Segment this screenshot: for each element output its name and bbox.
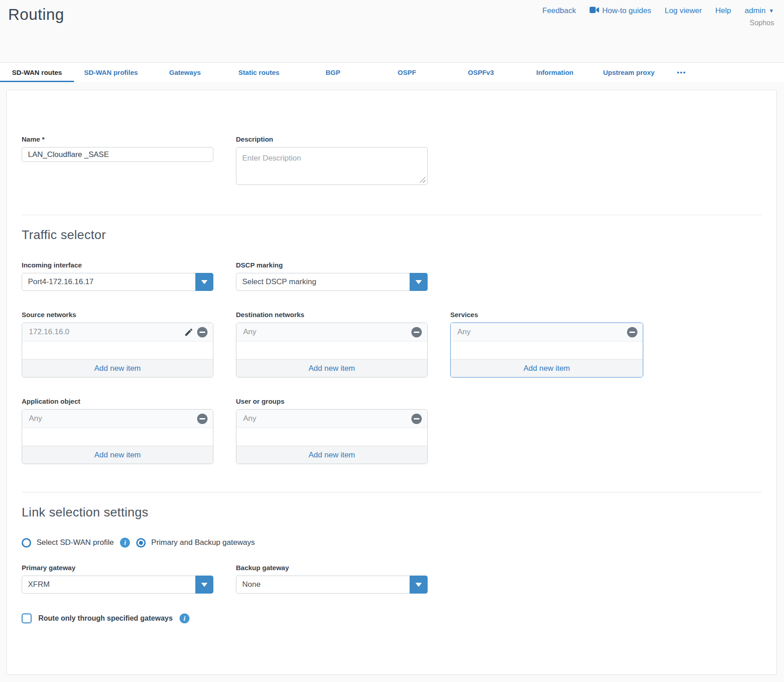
info-icon[interactable]: i bbox=[180, 613, 189, 623]
remove-item-icon[interactable] bbox=[197, 327, 208, 337]
list-item: Any bbox=[22, 410, 213, 428]
feedback-link[interactable]: Feedback bbox=[542, 6, 576, 15]
primary-gateway-label: Primary gateway bbox=[22, 564, 213, 571]
destination-networks-listbox: Any Add new item bbox=[236, 323, 428, 378]
tab-static-routes[interactable]: Static routes bbox=[222, 63, 296, 82]
listbox-empty-area bbox=[22, 428, 213, 446]
list-item: Any bbox=[451, 323, 643, 341]
sdwan-route-form-panel: Name * Description Traffic selector Inco… bbox=[6, 90, 777, 675]
list-item: Any bbox=[236, 410, 427, 428]
add-new-item-button[interactable]: Add new item bbox=[22, 446, 213, 464]
source-networks-label: Source networks bbox=[22, 311, 213, 318]
add-new-item-button[interactable]: Add new item bbox=[22, 359, 213, 377]
dscp-marking-label: DSCP marking bbox=[236, 261, 428, 269]
tab-ospfv3[interactable]: OSPFv3 bbox=[444, 63, 518, 82]
radio-checked-icon[interactable] bbox=[136, 538, 146, 548]
incoming-interface-label: Incoming interface bbox=[22, 261, 213, 269]
howto-guides-link[interactable]: How-to guides bbox=[590, 6, 651, 15]
route-only-row: Route only through specified gateways i bbox=[22, 613, 761, 623]
info-icon[interactable]: i bbox=[120, 538, 130, 548]
tab-ospf[interactable]: OSPF bbox=[370, 63, 444, 82]
remove-item-icon[interactable] bbox=[411, 414, 422, 424]
section-divider bbox=[22, 492, 761, 493]
header-right: Feedback How-to guides Log viewer Help a… bbox=[542, 5, 774, 62]
description-label: Description bbox=[236, 135, 428, 143]
section-divider bbox=[22, 215, 761, 215]
radio-primary-backup-gateways[interactable]: Primary and Backup gateways bbox=[136, 538, 255, 548]
user-or-groups-listbox: Any Add new item bbox=[236, 409, 428, 464]
page-title: Routing bbox=[8, 5, 64, 62]
tab-overflow-menu[interactable]: ••• bbox=[666, 63, 697, 82]
chevron-down-icon[interactable] bbox=[410, 273, 428, 291]
backup-gateway-label: Backup gateway bbox=[236, 564, 428, 571]
chevron-down-icon: ▼ bbox=[769, 8, 774, 14]
help-link[interactable]: Help bbox=[715, 6, 731, 15]
name-label: Name * bbox=[22, 135, 213, 143]
tab-sdwan-profiles[interactable]: SD-WAN profiles bbox=[74, 63, 148, 82]
listbox-empty-area bbox=[451, 341, 643, 359]
radio-select-sdwan-profile[interactable]: Select SD-WAN profile bbox=[22, 538, 114, 548]
incoming-interface-select[interactable]: Port4-172.16.16.17 bbox=[22, 273, 213, 291]
route-only-checkbox[interactable] bbox=[22, 613, 32, 623]
tab-upstream-proxy[interactable]: Upstream proxy bbox=[592, 63, 666, 82]
remove-item-icon[interactable] bbox=[627, 327, 637, 337]
brand-label: Sophos bbox=[542, 19, 774, 27]
dscp-marking-select[interactable]: Select DSCP marking bbox=[236, 273, 428, 291]
remove-item-icon[interactable] bbox=[197, 414, 208, 424]
name-input[interactable] bbox=[22, 147, 213, 162]
application-object-listbox: Any Add new item bbox=[22, 409, 213, 464]
video-camera-icon bbox=[590, 6, 599, 15]
tab-sdwan-routes[interactable]: SD-WAN routes bbox=[0, 63, 74, 82]
services-label: Services bbox=[450, 311, 643, 318]
traffic-selector-heading: Traffic selector bbox=[22, 228, 761, 242]
page-header: Routing Feedback How-to guides Log viewe… bbox=[0, 0, 784, 62]
tab-gateways[interactable]: Gateways bbox=[148, 63, 222, 82]
link-selection-radio-group: Select SD-WAN profile i Primary and Back… bbox=[22, 538, 761, 548]
list-item: Any bbox=[236, 323, 427, 341]
primary-gateway-select[interactable]: XFRM bbox=[22, 576, 213, 594]
listbox-empty-area bbox=[22, 341, 213, 359]
add-new-item-button[interactable]: Add new item bbox=[236, 359, 427, 377]
admin-menu[interactable]: admin ▼ bbox=[745, 6, 774, 15]
listbox-empty-area bbox=[236, 428, 427, 446]
log-viewer-link[interactable]: Log viewer bbox=[665, 6, 702, 15]
backup-gateway-select[interactable]: None bbox=[236, 576, 428, 594]
radio-icon[interactable] bbox=[22, 538, 31, 548]
listbox-empty-area bbox=[236, 341, 427, 359]
chevron-down-icon[interactable] bbox=[195, 273, 213, 291]
edit-pencil-icon[interactable] bbox=[184, 327, 194, 337]
user-or-groups-label: User or groups bbox=[236, 397, 428, 405]
routing-tabbar: SD-WAN routes SD-WAN profiles Gateways S… bbox=[0, 62, 784, 82]
add-new-item-button[interactable]: Add new item bbox=[451, 359, 643, 377]
source-networks-listbox: 172.16.16.0 Add new item bbox=[22, 323, 213, 378]
description-textarea[interactable] bbox=[236, 147, 428, 185]
chevron-down-icon[interactable] bbox=[410, 576, 428, 594]
add-new-item-button[interactable]: Add new item bbox=[236, 446, 427, 464]
list-item: 172.16.16.0 bbox=[22, 323, 213, 341]
required-asterisk: * bbox=[42, 135, 45, 143]
tab-information[interactable]: Information bbox=[518, 63, 592, 82]
link-selection-heading: Link selection settings bbox=[22, 505, 761, 520]
services-listbox: Any Add new item bbox=[450, 323, 643, 378]
application-object-label: Application object bbox=[22, 397, 213, 405]
remove-item-icon[interactable] bbox=[411, 327, 422, 337]
destination-networks-label: Destination networks bbox=[236, 311, 428, 318]
header-links: Feedback How-to guides Log viewer Help a… bbox=[542, 6, 774, 15]
chevron-down-icon[interactable] bbox=[195, 576, 213, 594]
tab-bgp[interactable]: BGP bbox=[296, 63, 370, 82]
